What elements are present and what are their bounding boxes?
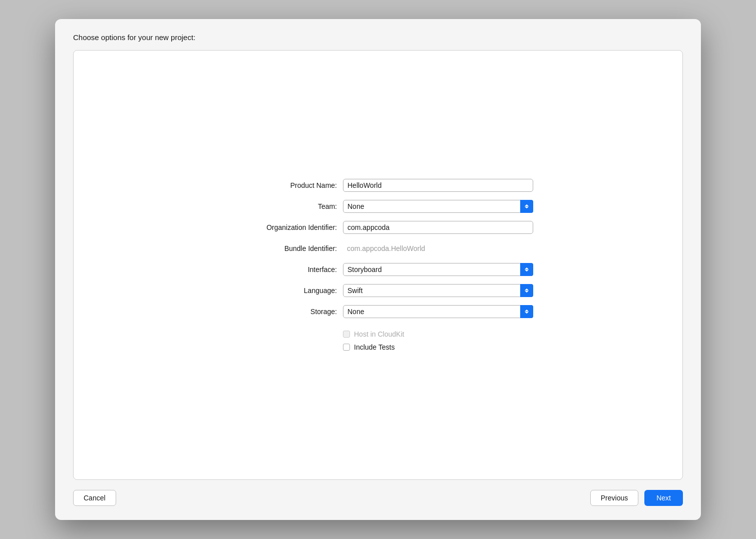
storage-label: Storage: [223,308,343,316]
product-name-row: Product Name: [223,179,533,192]
include-tests-item: Include Tests [343,343,533,351]
team-row: Team: None [223,200,533,213]
product-name-input[interactable] [343,179,533,192]
product-name-field [343,179,533,192]
bundle-identifier-label: Bundle Identifier: [223,244,343,252]
include-tests-label: Include Tests [354,343,395,351]
interface-field: Storyboard SwiftUI [343,263,533,276]
org-identifier-input[interactable] [343,221,533,234]
language-label: Language: [223,287,343,295]
bundle-identifier-value: com.appcoda.HelloWorld [343,244,425,252]
new-project-dialog: Choose options for your new project: Pro… [55,19,701,520]
dialog-content: Product Name: Team: None [73,50,683,480]
team-label: Team: [223,202,343,210]
language-field: Swift Objective-C [343,284,533,297]
org-identifier-field [343,221,533,234]
storage-select[interactable]: None Core Data [343,305,533,318]
interface-select-wrapper: Storyboard SwiftUI [343,263,533,276]
storage-row: Storage: None Core Data [223,305,533,318]
org-identifier-label: Organization Identifier: [223,223,343,231]
interface-label: Interface: [223,265,343,274]
cancel-button[interactable]: Cancel [73,490,116,506]
dialog-header: Choose options for your new project: [55,19,701,50]
language-row: Language: Swift Objective-C [223,284,533,297]
checkboxes-section: Host in CloudKit Include Tests [343,330,533,351]
form-container: Product Name: Team: None [223,179,533,351]
dialog-title: Choose options for your new project: [73,33,195,42]
interface-select[interactable]: Storyboard SwiftUI [343,263,533,276]
language-select-wrapper: Swift Objective-C [343,284,533,297]
include-tests-checkbox[interactable] [343,344,350,351]
host-cloudkit-label: Host in CloudKit [354,330,404,338]
host-cloudkit-item: Host in CloudKit [343,330,533,338]
storage-field: None Core Data [343,305,533,318]
team-select[interactable]: None [343,200,533,213]
footer-right: Previous Next [590,490,683,506]
interface-row: Interface: Storyboard SwiftUI [223,263,533,276]
org-identifier-row: Organization Identifier: [223,221,533,234]
team-field: None [343,200,533,213]
team-select-wrapper: None [343,200,533,213]
storage-select-wrapper: None Core Data [343,305,533,318]
language-select[interactable]: Swift Objective-C [343,284,533,297]
host-cloudkit-checkbox[interactable] [343,331,350,338]
previous-button[interactable]: Previous [590,490,638,506]
bundle-identifier-field: com.appcoda.HelloWorld [343,242,533,255]
bundle-identifier-row: Bundle Identifier: com.appcoda.HelloWorl… [223,242,533,255]
dialog-footer: Cancel Previous Next [55,480,701,520]
footer-left: Cancel [73,490,116,506]
next-button[interactable]: Next [644,490,683,506]
product-name-label: Product Name: [223,181,343,189]
